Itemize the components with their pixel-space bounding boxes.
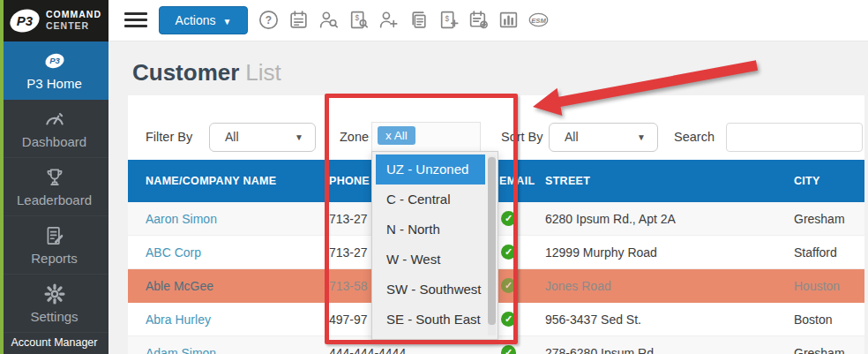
invoice-search-icon[interactable]: $ xyxy=(347,8,370,32)
zone-option[interactable]: W - West xyxy=(376,245,485,275)
customer-street: 6280 Ipsum Rd., Apt 2A xyxy=(545,202,676,236)
email-verified-icon: ✓ xyxy=(501,278,516,293)
sidebar: P3P3 HomeDashboardLeaderboardReportsSett… xyxy=(0,41,108,354)
zone-option[interactable]: C - Central xyxy=(376,185,485,215)
p3-logo-icon: P3 xyxy=(7,6,42,35)
page-title: CustomerList xyxy=(132,59,281,87)
zone-multiselect[interactable]: x All xyxy=(371,122,481,151)
sidebar-item-dashboard[interactable]: Dashboard xyxy=(0,100,108,158)
p3-icon: P3 xyxy=(0,49,108,74)
add-customer-icon[interactable] xyxy=(377,8,400,32)
customer-city: Gresham xyxy=(794,336,845,354)
customer-name-link[interactable]: ABC Corp xyxy=(146,236,201,269)
customer-name-link[interactable]: Adam Simon xyxy=(146,336,216,354)
customer-phone: 713-58 xyxy=(329,269,368,303)
zone-option[interactable]: SE - South East xyxy=(376,305,485,335)
sidebar-item-label: Settings xyxy=(0,309,108,324)
search-input[interactable] xyxy=(726,123,863,152)
dashboard-icon xyxy=(0,108,108,132)
brand-accent-strip xyxy=(0,0,4,354)
esm-icon[interactable]: ESM xyxy=(527,8,550,32)
email-verified-icon: ✓ xyxy=(501,312,516,327)
svg-text:ESM: ESM xyxy=(531,17,546,25)
menu-icon[interactable] xyxy=(124,12,147,29)
sort-by-select[interactable]: All ▼ xyxy=(549,123,658,152)
toolbar: ?$$ESM xyxy=(257,8,550,32)
leaderboard-icon xyxy=(0,166,108,191)
column-header-name-company-name: NAME/COMPANY NAME xyxy=(146,160,276,202)
sort-by-label: Sort By xyxy=(501,130,543,144)
add-appointment-icon[interactable] xyxy=(467,8,490,32)
bar-chart-icon[interactable] xyxy=(497,8,520,32)
customer-name-link[interactable]: Abra Hurley xyxy=(146,303,211,336)
brand-logo-block: P3 COMMAND CENTER xyxy=(0,0,108,41)
svg-text:$: $ xyxy=(355,13,360,22)
customer-city: Gresham xyxy=(794,202,845,236)
customer-city: Houston xyxy=(794,269,840,303)
customer-name-link[interactable]: Aaron Simon xyxy=(146,202,217,236)
add-invoice-icon[interactable]: $ xyxy=(437,8,460,32)
zone-dropdown: UZ - UnzonedC - CentralN - NorthW - West… xyxy=(371,151,498,340)
settings-icon xyxy=(0,282,108,307)
customer-street: 278-6280 Ipsum Rd. xyxy=(545,336,657,354)
calendar-icon[interactable] xyxy=(287,8,311,32)
top-header: P3 COMMAND CENTER Actions▼ ?$$ESM xyxy=(0,0,868,41)
chevron-down-icon: ▼ xyxy=(295,124,303,151)
customer-name-link[interactable]: Able McGee xyxy=(146,269,213,303)
column-header-city: CITY xyxy=(794,160,820,202)
svg-text:P3: P3 xyxy=(17,13,34,28)
command-center-app: CustomerList Filter By All ▼ Zone x All … xyxy=(0,0,868,354)
customer-street: Jones Road xyxy=(545,269,611,303)
filter-by-label: Filter By xyxy=(146,130,192,144)
search-label: Search xyxy=(674,130,715,144)
zone-option[interactable]: SW - Southwest xyxy=(376,275,485,305)
sidebar-item-reports[interactable]: Reports xyxy=(0,216,108,275)
sort-by-value: All xyxy=(565,130,579,144)
customer-city: Boston xyxy=(794,303,833,336)
brand-name: COMMAND CENTER xyxy=(46,9,101,32)
copy-documents-icon[interactable] xyxy=(407,8,430,32)
svg-text:$: $ xyxy=(445,14,450,23)
help-icon[interactable]: ? xyxy=(257,8,281,32)
email-verified-icon: ✓ xyxy=(501,245,516,260)
sidebar-item-leaderboard[interactable]: Leaderboard xyxy=(0,158,108,216)
customer-phone: 497-97 xyxy=(329,303,368,336)
zone-option[interactable]: UZ - Unzoned xyxy=(376,154,485,185)
dropdown-scrollbar-thumb[interactable] xyxy=(488,157,496,325)
sidebar-item-settings[interactable]: Settings xyxy=(0,275,108,333)
customer-street: 12999 Murphy Road xyxy=(545,236,657,269)
customer-phone: 713-27 xyxy=(329,202,368,236)
actions-button[interactable]: Actions▼ xyxy=(159,6,248,34)
column-header-email: EMAIL xyxy=(499,160,535,202)
customer-city: Stafford xyxy=(794,236,837,269)
page-title-primary: Customer xyxy=(132,59,239,86)
customer-search-icon[interactable] xyxy=(317,8,340,32)
sidebar-item-label: P3 Home xyxy=(0,76,108,91)
column-header-phone: PHONE xyxy=(329,160,370,202)
sidebar-item-p3-home[interactable]: P3P3 Home xyxy=(0,41,108,100)
customer-street: 956-3437 Sed St. xyxy=(545,303,641,336)
column-header-street: STREET xyxy=(545,160,590,202)
zone-label: Zone xyxy=(340,130,369,144)
email-verified-icon: ✓ xyxy=(501,345,516,354)
zone-option[interactable]: N - North xyxy=(376,215,485,245)
filter-by-select[interactable]: All ▼ xyxy=(209,123,316,152)
email-verified-icon: ✓ xyxy=(501,211,516,226)
dropdown-scrollbar-track[interactable] xyxy=(488,155,496,335)
sidebar-item-label: Reports xyxy=(0,251,108,266)
zone-selected-tag[interactable]: x All xyxy=(378,126,415,145)
chevron-down-icon: ▼ xyxy=(223,17,232,26)
reports-icon xyxy=(0,224,108,249)
svg-text:?: ? xyxy=(266,14,272,26)
sidebar-item-account-manager[interactable]: Account Manager xyxy=(0,336,108,349)
sidebar-item-label: Leaderboard xyxy=(0,192,108,207)
customer-phone: 713-27 xyxy=(329,236,368,269)
svg-text:P3: P3 xyxy=(49,56,60,65)
sidebar-item-label: Dashboard xyxy=(0,134,108,149)
filter-by-value: All xyxy=(225,130,239,144)
page-title-secondary: List xyxy=(245,59,281,86)
chevron-down-icon: ▼ xyxy=(637,124,646,151)
